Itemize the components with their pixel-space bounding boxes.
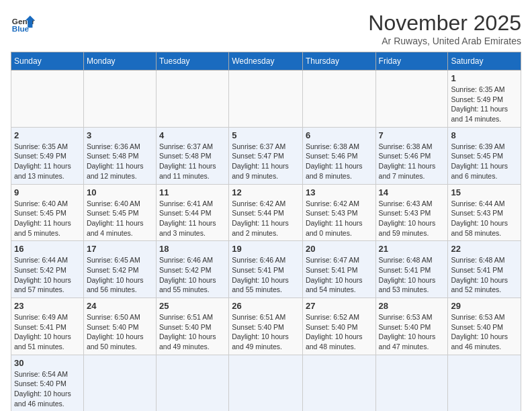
weekday-sunday: Sunday [11, 52, 84, 71]
calendar-cell: 9Sunrise: 6:40 AM Sunset: 5:45 PM Daylig… [11, 184, 84, 241]
day-info: Sunrise: 6:40 AM Sunset: 5:45 PM Dayligh… [14, 199, 81, 238]
day-info: Sunrise: 6:35 AM Sunset: 5:49 PM Dayligh… [14, 142, 81, 181]
calendar-week-2: 9Sunrise: 6:40 AM Sunset: 5:45 PM Daylig… [11, 184, 521, 241]
day-number: 13 [306, 187, 373, 197]
day-info: Sunrise: 6:54 AM Sunset: 5:40 PM Dayligh… [14, 369, 81, 409]
calendar-cell: 8Sunrise: 6:39 AM Sunset: 5:45 PM Daylig… [448, 127, 521, 184]
day-number: 18 [159, 244, 226, 254]
day-info: Sunrise: 6:42 AM Sunset: 5:43 PM Dayligh… [306, 199, 373, 238]
calendar-cell: 4Sunrise: 6:37 AM Sunset: 5:48 PM Daylig… [156, 127, 228, 184]
calendar-cell: 25Sunrise: 6:51 AM Sunset: 5:40 PM Dayli… [156, 298, 228, 355]
day-info: Sunrise: 6:53 AM Sunset: 5:40 PM Dayligh… [451, 312, 518, 352]
calendar-cell: 23Sunrise: 6:49 AM Sunset: 5:41 PM Dayli… [11, 298, 84, 355]
calendar-cell [83, 71, 156, 128]
day-number: 7 [379, 130, 445, 140]
calendar-week-0: 1Sunrise: 6:35 AM Sunset: 5:49 PM Daylig… [11, 71, 521, 128]
day-number: 14 [379, 187, 445, 197]
calendar-cell: 14Sunrise: 6:43 AM Sunset: 5:43 PM Dayli… [375, 184, 448, 241]
calendar-cell: 28Sunrise: 6:53 AM Sunset: 5:40 PM Dayli… [375, 298, 448, 355]
calendar-cell [156, 355, 228, 411]
day-number: 6 [306, 130, 373, 140]
day-number: 11 [159, 187, 226, 197]
day-number: 23 [14, 301, 81, 311]
day-info: Sunrise: 6:51 AM Sunset: 5:40 PM Dayligh… [159, 312, 226, 352]
day-info: Sunrise: 6:35 AM Sunset: 5:49 PM Dayligh… [451, 85, 518, 124]
calendar-subtitle: Ar Ruways, United Arab Emirates [368, 36, 521, 46]
calendar-cell [83, 355, 156, 411]
day-info: Sunrise: 6:41 AM Sunset: 5:44 PM Dayligh… [159, 199, 226, 238]
calendar-cell: 30Sunrise: 6:54 AM Sunset: 5:40 PM Dayli… [11, 355, 84, 411]
calendar-cell [302, 71, 375, 128]
day-number: 25 [159, 301, 226, 311]
calendar-cell: 21Sunrise: 6:48 AM Sunset: 5:41 PM Dayli… [375, 241, 448, 298]
day-number: 3 [87, 130, 153, 140]
day-number: 5 [232, 130, 300, 140]
day-info: Sunrise: 6:51 AM Sunset: 5:40 PM Dayligh… [232, 312, 300, 352]
day-number: 4 [159, 130, 226, 140]
day-number: 26 [232, 301, 300, 311]
day-info: Sunrise: 6:37 AM Sunset: 5:48 PM Dayligh… [159, 142, 226, 181]
day-number: 29 [451, 301, 518, 311]
day-info: Sunrise: 6:53 AM Sunset: 5:40 PM Dayligh… [379, 312, 445, 352]
day-number: 21 [379, 244, 445, 254]
day-info: Sunrise: 6:44 AM Sunset: 5:43 PM Dayligh… [451, 199, 518, 238]
logo-icon: General Blue [11, 11, 35, 35]
weekday-thursday: Thursday [302, 52, 375, 71]
calendar-cell: 18Sunrise: 6:46 AM Sunset: 5:42 PM Dayli… [156, 241, 228, 298]
calendar-table: SundayMondayTuesdayWednesdayThursdayFrid… [11, 52, 521, 411]
day-info: Sunrise: 6:49 AM Sunset: 5:41 PM Dayligh… [14, 312, 81, 352]
calendar-cell: 20Sunrise: 6:47 AM Sunset: 5:41 PM Dayli… [302, 241, 375, 298]
calendar-week-1: 2Sunrise: 6:35 AM Sunset: 5:49 PM Daylig… [11, 127, 521, 184]
calendar-cell: 17Sunrise: 6:45 AM Sunset: 5:42 PM Dayli… [83, 241, 156, 298]
calendar-week-3: 16Sunrise: 6:44 AM Sunset: 5:42 PM Dayli… [11, 241, 521, 298]
title-block: November 2025 Ar Ruways, United Arab Emi… [368, 11, 521, 46]
calendar-cell: 12Sunrise: 6:42 AM Sunset: 5:44 PM Dayli… [229, 184, 303, 241]
day-number: 22 [451, 244, 518, 254]
day-info: Sunrise: 6:42 AM Sunset: 5:44 PM Dayligh… [232, 199, 300, 238]
day-number: 12 [232, 187, 300, 197]
day-number: 10 [87, 187, 153, 197]
calendar-cell [11, 71, 84, 128]
weekday-friday: Friday [375, 52, 448, 71]
day-number: 16 [14, 244, 81, 254]
calendar-cell: 10Sunrise: 6:40 AM Sunset: 5:45 PM Dayli… [83, 184, 156, 241]
day-info: Sunrise: 6:48 AM Sunset: 5:41 PM Dayligh… [379, 255, 445, 295]
calendar-cell: 5Sunrise: 6:37 AM Sunset: 5:47 PM Daylig… [229, 127, 303, 184]
day-number: 2 [14, 130, 81, 140]
day-info: Sunrise: 6:46 AM Sunset: 5:42 PM Dayligh… [159, 255, 226, 295]
day-number: 17 [87, 244, 153, 254]
calendar-cell [375, 71, 448, 128]
day-info: Sunrise: 6:48 AM Sunset: 5:41 PM Dayligh… [451, 255, 518, 295]
day-info: Sunrise: 6:46 AM Sunset: 5:41 PM Dayligh… [232, 255, 300, 295]
day-info: Sunrise: 6:38 AM Sunset: 5:46 PM Dayligh… [379, 142, 445, 181]
calendar-cell: 19Sunrise: 6:46 AM Sunset: 5:41 PM Dayli… [229, 241, 303, 298]
calendar-cell [448, 355, 521, 411]
weekday-tuesday: Tuesday [156, 52, 228, 71]
day-info: Sunrise: 6:40 AM Sunset: 5:45 PM Dayligh… [87, 199, 153, 238]
svg-text:Blue: Blue [12, 24, 30, 33]
calendar-week-5: 30Sunrise: 6:54 AM Sunset: 5:40 PM Dayli… [11, 355, 521, 411]
calendar-cell: 6Sunrise: 6:38 AM Sunset: 5:46 PM Daylig… [302, 127, 375, 184]
day-info: Sunrise: 6:45 AM Sunset: 5:42 PM Dayligh… [87, 255, 153, 295]
calendar-cell [229, 355, 303, 411]
day-number: 27 [306, 301, 373, 311]
calendar-cell: 7Sunrise: 6:38 AM Sunset: 5:46 PM Daylig… [375, 127, 448, 184]
day-info: Sunrise: 6:39 AM Sunset: 5:45 PM Dayligh… [451, 142, 518, 181]
calendar-cell [302, 355, 375, 411]
weekday-monday: Monday [83, 52, 156, 71]
calendar-cell: 13Sunrise: 6:42 AM Sunset: 5:43 PM Dayli… [302, 184, 375, 241]
day-info: Sunrise: 6:36 AM Sunset: 5:48 PM Dayligh… [87, 142, 153, 181]
weekday-header-row: SundayMondayTuesdayWednesdayThursdayFrid… [11, 52, 521, 71]
day-info: Sunrise: 6:37 AM Sunset: 5:47 PM Dayligh… [232, 142, 300, 181]
calendar-cell: 29Sunrise: 6:53 AM Sunset: 5:40 PM Dayli… [448, 298, 521, 355]
calendar-cell [229, 71, 303, 128]
calendar-cell: 22Sunrise: 6:48 AM Sunset: 5:41 PM Dayli… [448, 241, 521, 298]
header: General Blue November 2025 Ar Ruways, Un… [11, 11, 521, 46]
day-number: 20 [306, 244, 373, 254]
calendar-cell: 27Sunrise: 6:52 AM Sunset: 5:40 PM Dayli… [302, 298, 375, 355]
day-info: Sunrise: 6:38 AM Sunset: 5:46 PM Dayligh… [306, 142, 373, 181]
day-number: 30 [14, 358, 81, 368]
day-number: 9 [14, 187, 81, 197]
calendar-cell: 15Sunrise: 6:44 AM Sunset: 5:43 PM Dayli… [448, 184, 521, 241]
calendar-week-4: 23Sunrise: 6:49 AM Sunset: 5:41 PM Dayli… [11, 298, 521, 355]
